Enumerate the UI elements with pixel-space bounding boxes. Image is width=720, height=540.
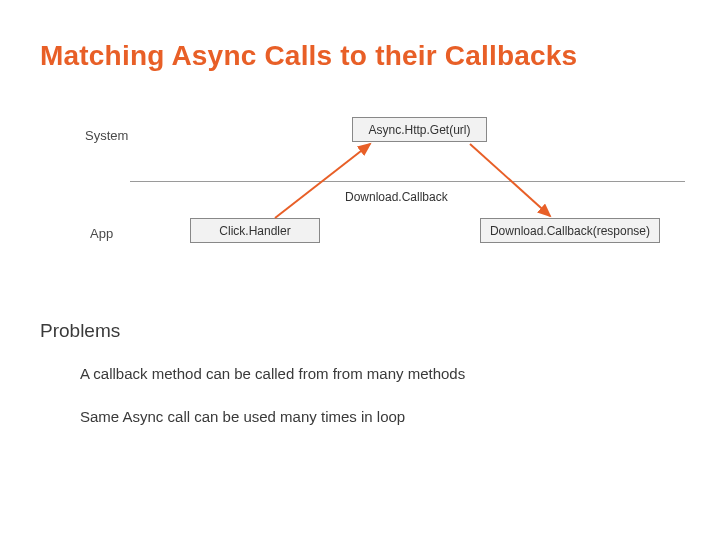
slide: Matching Async Calls to their Callbacks … [0, 0, 720, 540]
arrow-click-to-async [70, 118, 690, 268]
async-diagram: System App Async.Http.Get(url) Click.Han… [70, 118, 690, 268]
slide-title: Matching Async Calls to their Callbacks [40, 40, 680, 72]
problems-heading: Problems [40, 320, 120, 342]
svg-line-0 [275, 144, 370, 218]
svg-line-1 [470, 144, 550, 216]
problem-item: A callback method can be called from fro… [80, 365, 465, 382]
problem-item: Same Async call can be used many times i… [80, 408, 405, 425]
